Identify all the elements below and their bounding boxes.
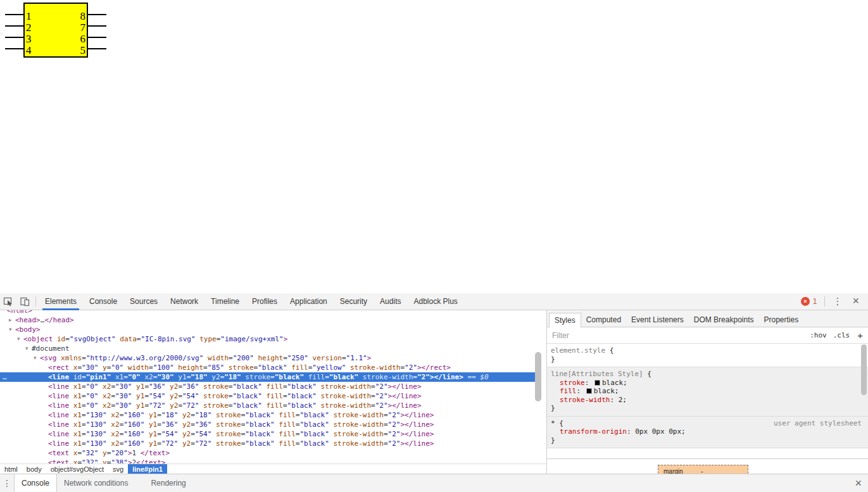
main-tab-console[interactable]: Console [83, 293, 123, 310]
code-token-val: "2" [388, 420, 401, 429]
drawer-tab-strip: ConsoleNetwork conditionsRendering [14, 474, 193, 492]
css-property-stroke[interactable]: stroke: black; [551, 379, 864, 388]
chevron-down-icon[interactable]: ▾ [34, 353, 37, 363]
drawer-more-icon[interactable]: ⋮ [0, 474, 14, 492]
code-token-attr: xmlns [57, 354, 82, 362]
drawer-tab-network-conditions[interactable]: Network conditions [57, 474, 135, 492]
code-token-val: "130" [86, 420, 107, 429]
device-toolbar-icon[interactable] [20, 296, 30, 306]
dom-row-line-8[interactable]: <line x1="130" x2="160" y1="72" y2="72" … [0, 439, 536, 448]
main-tab-security[interactable]: Security [334, 293, 374, 310]
main-tab-adblock-plus[interactable]: Adblock Plus [407, 293, 463, 310]
chevron-down-icon[interactable]: ▾ [25, 344, 28, 353]
color-swatch-icon[interactable] [594, 380, 600, 386]
inspect-element-icon[interactable] [3, 296, 13, 306]
dom-row-rect[interactable]: <rect x="30" y="0" width="100" height="8… [0, 363, 536, 372]
chevron-down-icon[interactable]: ▾ [9, 325, 12, 334]
code-token-attr: stroke [199, 392, 229, 400]
rule-line-attributes[interactable]: line[Attributes Style] {stroke: black;fi… [547, 367, 868, 417]
rule-element-style[interactable]: element.style {} [547, 344, 868, 367]
code-token-val: "black" [275, 373, 304, 381]
code-token-val: "http://www.w3.org/2000/svg" [86, 354, 203, 362]
code-token-val: "18" [191, 373, 208, 381]
more-menu-icon[interactable]: ⋮ [827, 296, 847, 307]
code-token-tag: > [284, 335, 288, 343]
styles-scrollbar-thumb[interactable] [861, 344, 867, 395]
dom-row-line-7[interactable]: <line x1="130" x2="160" y1="54" y2="54" … [0, 429, 536, 439]
dom-row-line-6[interactable]: <line x1="130" x2="160" y1="36" y2="36" … [0, 420, 536, 429]
code-token-val: "black" [287, 392, 317, 400]
css-property-fill[interactable]: fill: black; [551, 387, 864, 396]
code-token-val: "black" [287, 401, 317, 410]
code-token-attr: x2 [107, 430, 120, 438]
main-tab-sources[interactable]: Sources [123, 293, 164, 310]
chevron-down-icon[interactable]: ▾ [17, 334, 20, 344]
dom-row-text-1[interactable]: <text x="32" y="20">1 </text> [0, 448, 536, 458]
code-token-attr: version [308, 354, 342, 362]
dom-row-line-5[interactable]: <line x1="130" x2="160" y1="18" y2="18" … [0, 410, 536, 420]
dom-row-html[interactable]: <html> [0, 310, 536, 315]
chevron-right-icon[interactable]: ▸ [9, 315, 12, 325]
breadcrumb-item-line-pin1[interactable]: line#pin1 [128, 464, 167, 474]
breadcrumb-item-html[interactable]: html [0, 464, 22, 474]
main-tab-application[interactable]: Application [284, 293, 334, 310]
css-property-stroke-width[interactable]: stroke-width: 2; [551, 396, 864, 405]
dom-row-line-2[interactable]: <line x1="0" x2="30" y1="36" y2="36" str… [0, 382, 536, 391]
hov-toggle[interactable]: :hov [810, 331, 827, 339]
code-token-val: "100" [153, 363, 174, 372]
drawer-close-button[interactable]: × [848, 474, 868, 492]
property-value: black; [602, 379, 627, 387]
code-token-plain: 1 [132, 449, 141, 457]
breadcrumb-item-svg[interactable]: svg [108, 464, 128, 474]
sidebar-tab-dom-breakpoints[interactable]: DOM Breakpoints [689, 313, 759, 327]
drawer-tab-rendering[interactable]: Rendering [144, 474, 192, 492]
code-token-plain: = [82, 420, 86, 429]
code-token-attr: fill [275, 420, 296, 429]
code-token-tag: <line [48, 401, 69, 410]
code-token-val: "pin1" [86, 373, 111, 381]
code-token-plain: = [157, 439, 161, 448]
main-tab-audits[interactable]: Audits [374, 293, 407, 310]
color-swatch-icon[interactable] [586, 388, 592, 394]
main-tab-network[interactable]: Network [164, 293, 204, 310]
code-token-tag: ></line> [400, 430, 434, 438]
new-style-rule-button[interactable]: + [857, 330, 863, 341]
dom-row-object[interactable]: ▾<object id="svgObject" data="IC-8pin.sv… [0, 334, 536, 344]
sidebar-tab-event-listeners[interactable]: Event Listeners [626, 313, 689, 327]
sidebar-tab-computed[interactable]: Computed [581, 313, 626, 327]
dom-row-line-4[interactable]: <line x1="0" x2="30" y1="72" y2="72" str… [0, 401, 536, 410]
breadcrumb-item-body[interactable]: body [22, 464, 46, 474]
drawer-tab-console[interactable]: Console [14, 474, 57, 492]
cls-toggle[interactable]: .cls [833, 331, 850, 339]
code-token-val: "2" [417, 373, 430, 381]
dom-row-body[interactable]: ▾<body> [0, 325, 536, 334]
metrics-pane: margin - [547, 458, 868, 474]
breadcrumb-item-object-svgobject[interactable]: object#svgObject [46, 464, 108, 474]
styles-filter-input[interactable]: Filter [552, 331, 569, 340]
css-property-transform-origin[interactable]: transform-origin: 0px 0px 0px; [551, 427, 864, 436]
dom-tree: <html>▸<head>…</head>▾<body>▾<object id=… [0, 310, 546, 464]
dom-row-document[interactable]: ▾#document [0, 344, 536, 353]
error-count: 1 [813, 297, 817, 306]
elements-scrollbar-thumb[interactable] [535, 352, 541, 401]
code-token-plain: = [82, 354, 86, 362]
dom-row-line-3[interactable]: <line x1="0" x2="30" y1="54" y2="54" str… [0, 391, 536, 401]
dom-row-text-2[interactable]: <text x="32" y="38">2</text> [0, 458, 536, 464]
code-token-val: "72" [161, 439, 179, 448]
code-token-plain: = [82, 439, 86, 448]
margin-top-value[interactable]: - [701, 468, 703, 474]
main-tab-elements[interactable]: Elements [39, 293, 83, 310]
rule-user-agent[interactable]: * {user agent stylesheettransform-origin… [547, 417, 868, 449]
close-devtools-button[interactable]: × [847, 294, 864, 309]
code-token-attr: y1 [132, 401, 145, 410]
code-token-val: "54" [161, 430, 179, 438]
sidebar-tab-properties[interactable]: Properties [758, 313, 803, 327]
main-tab-timeline[interactable]: Timeline [204, 293, 246, 310]
metrics-margin-box[interactable]: margin - [658, 465, 748, 474]
dom-row-line-pin1[interactable]: …<line id="pin1" x1="0" x2="30" y1="18" … [0, 372, 536, 382]
dom-row-head[interactable]: ▸<head>…</head> [0, 315, 536, 325]
main-tab-profiles[interactable]: Profiles [246, 293, 284, 310]
sidebar-tab-styles[interactable]: Styles [549, 313, 581, 327]
dom-row-svg[interactable]: ▾<svg xmlns="http://www.w3.org/2000/svg"… [0, 353, 536, 363]
error-badge-icon[interactable]: × [801, 297, 810, 306]
